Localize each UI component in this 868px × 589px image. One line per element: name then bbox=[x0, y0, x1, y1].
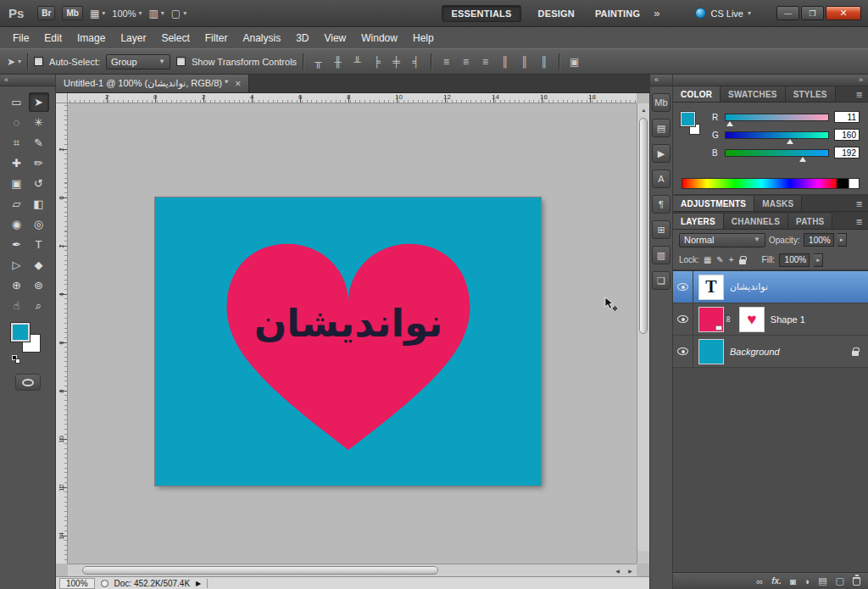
status-options-icon[interactable]: ▶ bbox=[196, 580, 201, 587]
scroll-right-icon[interactable]: ▶ bbox=[624, 564, 637, 577]
menu-item[interactable]: Image bbox=[70, 29, 113, 47]
menu-item[interactable]: Window bbox=[353, 29, 405, 47]
align-vertical-centers-icon[interactable]: ╫ bbox=[329, 53, 347, 70]
panel-menu-icon[interactable]: ≣ bbox=[851, 214, 868, 229]
scroll-up-icon[interactable]: ▲ bbox=[637, 103, 650, 116]
lock-all-icon[interactable] bbox=[739, 259, 746, 264]
text-layer-thumbnail[interactable]: T bbox=[698, 275, 724, 300]
artboard[interactable]: نواندیشان bbox=[155, 197, 541, 486]
tab-channels[interactable]: CHANNELS bbox=[724, 214, 788, 229]
pen-tool[interactable]: ✒ bbox=[7, 235, 27, 254]
custom-shape-tool[interactable]: ◆ bbox=[29, 255, 49, 275]
fill-slider-icon[interactable]: ▸ bbox=[814, 253, 823, 267]
cs-live-button[interactable]: CS Live ▾ bbox=[695, 8, 751, 19]
paragraph-icon[interactable]: ¶ bbox=[652, 195, 670, 214]
transform-icon[interactable]: ⊞ bbox=[652, 220, 670, 239]
foreground-color-swatch[interactable] bbox=[681, 112, 695, 126]
minimize-button[interactable]: — bbox=[776, 6, 799, 20]
layer-comps-icon[interactable]: ❏ bbox=[652, 271, 670, 290]
align-top-edges-icon[interactable]: ╥ bbox=[309, 53, 327, 70]
quick-selection-tool[interactable]: ✳ bbox=[29, 113, 49, 132]
actions-icon[interactable]: ▶ bbox=[652, 144, 670, 163]
align-left-edges-icon[interactable]: ╞ bbox=[368, 53, 386, 70]
new-layer-icon[interactable]: ▢ bbox=[836, 575, 844, 586]
layer-name[interactable]: Background bbox=[730, 347, 780, 357]
visibility-cell[interactable] bbox=[673, 271, 693, 303]
delete-layer-icon[interactable] bbox=[853, 577, 860, 586]
menu-item[interactable]: File bbox=[5, 29, 36, 47]
distribute-vertical-centers-icon[interactable]: ≡ bbox=[457, 53, 475, 70]
channel-slider-thumb[interactable] bbox=[787, 139, 793, 144]
align-bottom-edges-icon[interactable]: ╨ bbox=[348, 53, 366, 70]
scroll-left-icon[interactable]: ◀ bbox=[611, 564, 624, 577]
status-zoom-field[interactable]: 100% bbox=[59, 578, 95, 589]
rectangular-marquee-tool[interactable]: ▭ bbox=[7, 92, 27, 112]
align-right-edges-icon[interactable]: ╡ bbox=[407, 53, 425, 70]
auto-select-checkbox[interactable] bbox=[34, 57, 43, 66]
mask-link-icon[interactable]: ∞ bbox=[724, 316, 734, 323]
workspace-overflow-icon[interactable]: » bbox=[654, 7, 659, 19]
clone-stamp-tool[interactable]: ▣ bbox=[7, 174, 27, 193]
lock-transparent-pixels-icon[interactable]: ▦ bbox=[704, 255, 711, 264]
link-layers-icon[interactable]: ∞ bbox=[756, 576, 763, 586]
restore-button[interactable]: ❐ bbox=[801, 6, 824, 20]
horizontal-scrollbar[interactable]: ◀ ▶ bbox=[68, 564, 637, 576]
adjustment-layer-icon[interactable]: ◑ bbox=[804, 576, 810, 586]
crop-tool[interactable]: ⌗ bbox=[7, 133, 27, 153]
layer-row-background[interactable]: Background bbox=[673, 336, 868, 368]
path-selection-tool[interactable]: ▷ bbox=[7, 255, 27, 275]
tab-close-icon[interactable]: × bbox=[235, 78, 241, 90]
gradient-tool[interactable]: ◧ bbox=[29, 194, 49, 214]
panel-menu-icon[interactable]: ≣ bbox=[851, 86, 868, 102]
default-colors-icon[interactable] bbox=[12, 355, 22, 364]
spot-healing-brush-tool[interactable]: ✚ bbox=[7, 153, 27, 173]
new-group-icon[interactable]: ▤ bbox=[818, 575, 826, 586]
tool-preset-picker[interactable]: ➤ ▾ bbox=[7, 57, 21, 67]
3d-camera-rotate-tool[interactable]: ⊚ bbox=[29, 275, 49, 295]
channel-value-field[interactable]: 11 bbox=[834, 111, 860, 123]
menu-item[interactable]: Filter bbox=[198, 29, 236, 47]
channel-slider-thumb[interactable] bbox=[726, 121, 733, 126]
menu-item[interactable]: Edit bbox=[36, 29, 70, 47]
tab-masks[interactable]: MASKS bbox=[754, 196, 802, 211]
view-extras-button[interactable]: ▦ ▾ bbox=[90, 8, 105, 19]
character-icon[interactable]: A bbox=[652, 169, 670, 188]
menu-item[interactable]: Layer bbox=[113, 29, 153, 47]
lasso-tool[interactable]: ◌ bbox=[7, 113, 27, 132]
align-horizontal-centers-icon[interactable]: ╪ bbox=[387, 53, 405, 70]
visibility-cell[interactable] bbox=[673, 336, 693, 367]
menu-item[interactable]: Analysis bbox=[235, 29, 288, 47]
fill-field[interactable]: 100% bbox=[779, 253, 810, 267]
horizontal-ruler[interactable]: 2024681012141618 bbox=[68, 93, 637, 103]
distribute-right-edges-icon[interactable]: ║ bbox=[535, 53, 553, 70]
screen-mode-button[interactable]: ▢ ▾ bbox=[171, 8, 186, 19]
visibility-cell[interactable] bbox=[673, 303, 693, 335]
tab-adjustments[interactable]: ADJUSTMENTS bbox=[673, 196, 754, 211]
mini-bridge-button[interactable]: Mb bbox=[62, 6, 82, 20]
layer-name[interactable]: Shape 1 bbox=[771, 314, 805, 325]
vertical-ruler[interactable]: 202468101214 bbox=[56, 103, 68, 564]
shape-layer-thumbnail[interactable] bbox=[698, 307, 724, 332]
tools-panel-header[interactable]: « bbox=[0, 75, 55, 86]
tab-styles[interactable]: STYLES bbox=[786, 86, 836, 102]
vertical-scrollbar[interactable]: ▲ ▼ bbox=[637, 103, 649, 564]
blend-mode-dropdown[interactable]: Normal ▼ bbox=[679, 233, 765, 247]
channel-value-field[interactable]: 192 bbox=[834, 147, 860, 158]
tab-color[interactable]: COLOR bbox=[673, 86, 721, 102]
distribute-bottom-edges-icon[interactable]: ≡ bbox=[476, 53, 494, 70]
add-layer-mask-icon[interactable]: ◙ bbox=[790, 576, 796, 586]
brush-tool[interactable]: ✏ bbox=[29, 153, 49, 173]
tab-layers[interactable]: LAYERS bbox=[673, 214, 724, 229]
channel-slider[interactable] bbox=[725, 149, 829, 157]
auto-select-dropdown[interactable]: Group ▼ bbox=[106, 54, 170, 69]
channel-slider[interactable] bbox=[725, 131, 829, 139]
menu-item[interactable]: View bbox=[316, 29, 353, 47]
layer-row-text[interactable]: T نواندیشان bbox=[673, 271, 868, 303]
lock-position-icon[interactable]: + bbox=[729, 255, 734, 264]
panel-menu-icon[interactable]: ≣ bbox=[851, 196, 868, 211]
workspace-painting[interactable]: PAINTING bbox=[592, 6, 643, 21]
arrange-documents-button[interactable]: ▥ ▾ bbox=[148, 8, 164, 19]
horizontal-scrollbar-thumb[interactable] bbox=[82, 566, 438, 575]
vector-mask-thumbnail[interactable]: ♥ bbox=[739, 307, 765, 332]
quick-mask-button[interactable] bbox=[15, 374, 41, 391]
